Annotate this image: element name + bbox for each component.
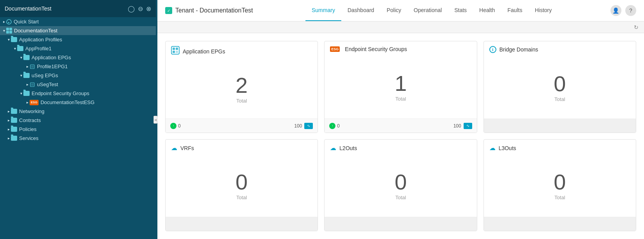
close-icon[interactable]: ⊗	[146, 5, 151, 12]
user-icon[interactable]: 👤	[610, 5, 621, 16]
score-area: 100 ∿	[294, 123, 313, 129]
card-header-vrfs: ☁ VRFs	[166, 140, 318, 155]
circle-icon[interactable]: ◯	[128, 5, 135, 12]
card-title-application-epgs: Application EPGs	[183, 48, 225, 55]
grid-icon	[6, 28, 12, 34]
sidebar-header: DocumentationTest ◯ ⊖ ⊗	[0, 0, 156, 17]
folder-icon	[17, 46, 23, 51]
sidebar-item-app-profile1[interactable]: AppProfile1	[0, 44, 156, 53]
health-value: 0	[178, 123, 181, 129]
sidebar-item-application-profiles[interactable]: Application Profiles	[0, 35, 156, 44]
sidebar-item-label-services: Services	[19, 135, 39, 141]
help-icon[interactable]: ?	[625, 5, 636, 16]
cloud-icon-l2outs: ☁	[330, 144, 336, 152]
sidebar-item-profile1epg1[interactable]: Profile1EPG1	[0, 62, 156, 71]
chevron-right-icon	[8, 127, 10, 131]
health-indicator-esg: ↑ 0	[329, 123, 340, 129]
chevron-right-icon	[8, 136, 10, 140]
card-footer-vrfs	[166, 217, 318, 231]
tab-history[interactable]: History	[529, 0, 558, 21]
tenant-title: ✓ Tenant - DocumentationTest	[165, 0, 253, 21]
sidebar-item-label-profile1epg1: Profile1EPG1	[37, 64, 68, 69]
card-vrfs: ☁ VRFs 0 Total	[165, 139, 318, 231]
arrow-icon: ▸	[6, 19, 12, 25]
card-count-l2outs: 0	[395, 171, 407, 193]
tab-stats[interactable]: Stats	[448, 0, 473, 21]
sidebar-item-label-endpoint-security-groups: Endpoint Security Groups	[32, 90, 89, 96]
sidebar-item-application-epgs[interactable]: Application EPGs	[0, 53, 156, 62]
card-footer-bridge-domains	[484, 119, 636, 133]
cloud-icon-l3outs: ☁	[489, 144, 496, 152]
refresh-icon[interactable]: ↻	[634, 24, 639, 30]
svg-rect-10	[176, 51, 178, 53]
folder-icon	[23, 91, 30, 96]
cube-icon	[30, 64, 35, 69]
esg-icon: ESG	[30, 100, 39, 105]
tab-dashboard[interactable]: Dashboard	[341, 0, 381, 21]
sidebar-item-documentation-test-esg[interactable]: ESG DocumentationTestESG	[0, 98, 156, 107]
folder-icon	[11, 127, 17, 132]
folder-icon	[11, 109, 17, 114]
sidebar-item-label-policies: Policies	[19, 126, 37, 132]
chevron-down-icon	[8, 37, 10, 42]
sidebar-item-label-useg-epgs: uSeg EPGs	[32, 73, 58, 78]
sidebar-item-quick-start[interactable]: ▸ Quick Start	[0, 17, 156, 26]
svg-rect-7	[173, 48, 175, 50]
card-body-application-epgs: 2 Total	[166, 60, 318, 119]
top-bar-right: 👤 ?	[610, 0, 636, 21]
info-icon: i	[489, 46, 496, 53]
chevron-down-icon	[3, 28, 5, 33]
top-bar: ✓ Tenant - DocumentationTest Summary Das…	[157, 0, 644, 21]
card-l3outs: ☁ L3Outs 0 Total	[483, 139, 636, 231]
health-circle-icon: ↑	[329, 123, 335, 129]
card-header-l3outs: ☁ L3Outs	[484, 140, 636, 155]
sparkline-icon-esg[interactable]: ∿	[464, 123, 472, 129]
sidebar-item-useg-test[interactable]: uSegTest	[0, 80, 156, 89]
chevron-down-icon	[20, 91, 22, 96]
card-title-esg: Endpoint Security Groups	[345, 46, 407, 52]
tab-summary[interactable]: Summary	[305, 0, 341, 21]
sidebar-item-networking[interactable]: Networking	[0, 107, 156, 116]
card-count-application-epgs: 2	[236, 74, 248, 96]
folder-icon	[11, 118, 17, 123]
sidebar-item-policies[interactable]: Policies	[0, 125, 156, 134]
sidebar-item-label-quick-start: Quick Start	[14, 19, 39, 25]
minus-icon[interactable]: ⊖	[138, 5, 143, 12]
sidebar-resizer[interactable]	[156, 0, 157, 239]
chevron-down-icon	[20, 55, 22, 60]
card-count-bridge-domains: 0	[554, 73, 566, 95]
sidebar-title: DocumentationTest	[5, 5, 51, 12]
cards-area: Application EPGs 2 Total ↑ 0 100 ∿ ESG	[157, 33, 644, 239]
chevron-down-icon	[20, 73, 22, 78]
tab-operational[interactable]: Operational	[408, 0, 448, 21]
chevron-right-icon	[8, 118, 10, 122]
sidebar-item-contracts[interactable]: Contracts	[0, 116, 156, 125]
tab-faults[interactable]: Faults	[501, 0, 529, 21]
tab-policy[interactable]: Policy	[380, 0, 407, 21]
card-bridge-domains: i Bridge Domains 0 Total	[483, 41, 636, 133]
sidebar-item-label-networking: Networking	[19, 108, 44, 114]
sidebar-item-services[interactable]: Services	[0, 134, 156, 143]
card-total-label-l3outs: Total	[554, 195, 565, 200]
sidebar-item-label-application-epgs: Application EPGs	[32, 55, 71, 60]
card-header-bridge-domains: i Bridge Domains	[484, 41, 636, 56]
tab-health[interactable]: Health	[473, 0, 501, 21]
chevron-right-icon	[3, 19, 5, 24]
card-footer-application-epgs: ↑ 0 100 ∿	[166, 119, 318, 133]
card-count-l3outs: 0	[554, 171, 566, 193]
health-indicator: ↑ 0	[170, 123, 181, 129]
card-header-application-epgs: Application EPGs	[166, 41, 318, 60]
sidebar-item-label-app-profile1: AppProfile1	[25, 46, 51, 51]
sidebar-item-label-contracts: Contracts	[19, 117, 41, 123]
card-title-l3outs: L3Outs	[499, 145, 516, 151]
sidebar-item-useg-epgs[interactable]: uSeg EPGs	[0, 71, 156, 80]
sparkline-icon[interactable]: ∿	[304, 123, 313, 129]
refresh-bar: ↻	[157, 21, 644, 33]
chevron-right-icon	[26, 100, 28, 104]
sidebar-item-endpoint-security-groups[interactable]: Endpoint Security Groups	[0, 89, 156, 98]
sidebar-item-label-application-profiles: Application Profiles	[19, 37, 62, 42]
svg-rect-5	[31, 83, 34, 86]
card-endpoint-security-groups: ESG Endpoint Security Groups 1 Total ↑ 0…	[324, 41, 477, 133]
card-body-bridge-domains: 0 Total	[484, 56, 636, 119]
sidebar-item-documentation-test[interactable]: DocumentationTest	[0, 26, 156, 35]
